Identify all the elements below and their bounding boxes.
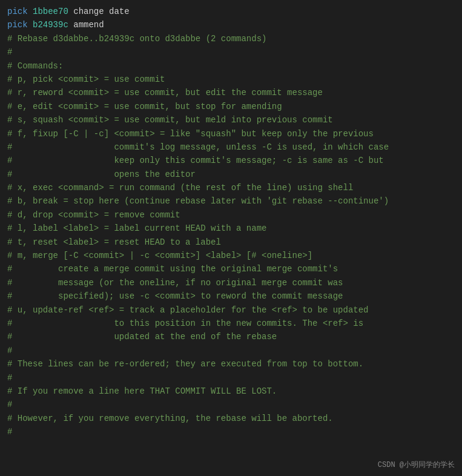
line-22: # message (or the oneline, if no origina…: [7, 276, 455, 289]
line-8: # r, reword <commit> = use commit, but e…: [7, 86, 455, 99]
line-19: # t, reset <label> = reset HEAD to a lab…: [7, 236, 455, 249]
line-21: # create a merge commit using the origin…: [7, 262, 455, 276]
line-10: # s, squash <commit> = use commit, but m…: [7, 113, 455, 127]
line-33: #: [7, 425, 455, 438]
line-11: # f, fixup [-C | -c] <commit> = like "sq…: [7, 127, 455, 140]
line-28: # These lines can be re-ordered; they ar…: [7, 357, 455, 371]
line-6: # Commands:: [7, 59, 455, 73]
line-27: #: [7, 344, 455, 357]
line-25: # to this position in the new commits. T…: [7, 317, 455, 330]
line-14: # opens the editor: [7, 168, 455, 181]
line-30: # If you remove a line here THAT COMMIT …: [7, 385, 455, 398]
line-20: # m, merge [-C <commit> | -c <commit>] <…: [7, 249, 455, 262]
line-23: # specified); use -c <commit> to reword …: [7, 289, 455, 303]
line-29: #: [7, 371, 455, 385]
line-26: # updated at the end of the rebase: [7, 330, 455, 343]
line-24: # u, update-ref <ref> = track a placehol…: [7, 303, 455, 317]
line-1: pick 1bbee70 change date: [7, 5, 455, 18]
line-2: pick b24939c ammend: [7, 18, 455, 31]
line-12: # commit's log message, unless -C is use…: [7, 140, 455, 154]
line-9: # e, edit <commit> = use commit, but sto…: [7, 100, 455, 113]
line-17: # d, drop <commit> = remove commit: [7, 208, 455, 222]
line-31: #: [7, 398, 455, 411]
line-16: # b, break = stop here (continue rebase …: [7, 194, 455, 208]
line-7: # p, pick <commit> = use commit: [7, 73, 455, 86]
line-4: # Rebase d3dabbe..b24939c onto d3dabbe (…: [7, 32, 455, 45]
line-13: # keep only this commit's message; -c is…: [7, 154, 455, 167]
editor: pick 1bbee70 change date pick b24939c am…: [0, 0, 462, 476]
line-15: # x, exec <command> = run command (the r…: [7, 181, 455, 194]
watermark: CSDN @小明同学的学长: [378, 460, 455, 471]
line-32: # However, if you remove everything, the…: [7, 412, 455, 425]
line-5: #: [7, 45, 455, 59]
line-18: # l, label <label> = label current HEAD …: [7, 222, 455, 235]
